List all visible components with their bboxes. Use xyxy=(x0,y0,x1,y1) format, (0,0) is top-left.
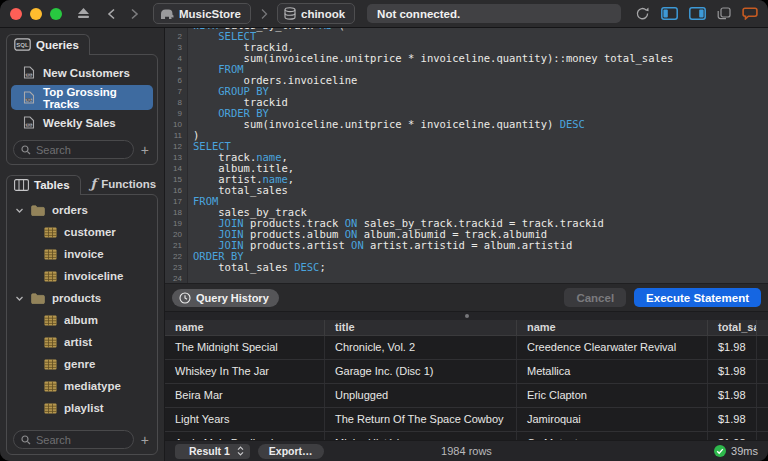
add-table-button[interactable]: + xyxy=(139,433,151,447)
table-cell[interactable]: The Return Of The Space Cowboy xyxy=(325,408,517,431)
forward-icon[interactable] xyxy=(130,8,139,20)
line-number: 21 xyxy=(165,240,187,251)
table-cell[interactable]: Jamiroquai xyxy=(517,408,708,431)
tree-item-products[interactable]: products xyxy=(11,287,153,309)
table-row[interactable]: Ando Meio DesligadoMinha HistóriaOs Muta… xyxy=(165,432,768,440)
table-cell[interactable]: $1.98 xyxy=(708,360,757,383)
export-button[interactable]: Export… xyxy=(258,444,324,459)
table-columns-icon xyxy=(14,179,29,191)
tree-item-album[interactable]: album xyxy=(11,309,153,331)
close-window-button[interactable] xyxy=(10,8,22,20)
column-header[interactable]: name xyxy=(517,320,708,335)
line-number: 7 xyxy=(165,86,187,97)
sql-editor[interactable]: 1WITH sales_by_track AS (2 SELECT3 track… xyxy=(165,28,768,283)
tree-item-playlisttrack[interactable]: playlisttrack xyxy=(11,419,153,425)
folder-icon xyxy=(31,205,45,216)
table-cell[interactable]: Whiskey In The Jar xyxy=(165,360,325,383)
table-cell[interactable]: Ando Meio Desligado xyxy=(165,432,325,440)
table-cell-filler xyxy=(757,336,768,359)
code-line: 11) xyxy=(165,130,768,141)
table-cell[interactable]: Os Mutantes xyxy=(517,432,708,440)
column-header[interactable]: name xyxy=(165,320,325,335)
tree-item-mediatype[interactable]: mediatype xyxy=(11,375,153,397)
chevron-down-icon[interactable] xyxy=(15,294,24,303)
table-row[interactable]: The Midnight SpecialChronicle, Vol. 2Cre… xyxy=(165,336,768,360)
back-icon[interactable] xyxy=(107,8,116,20)
query-search-box[interactable] xyxy=(13,140,134,159)
execute-statement-button[interactable]: Execute Statement xyxy=(634,288,761,307)
table-cell[interactable]: Creedence Clearwater Revival xyxy=(517,336,708,359)
tables-panel: orders customer invoice invoiceline prod… xyxy=(6,194,158,455)
line-number: 17 xyxy=(165,196,187,207)
table-cell[interactable]: Unplugged xyxy=(325,384,517,407)
query-item[interactable]: SQL Weekly Sales xyxy=(11,110,153,135)
database-icon xyxy=(284,7,296,20)
tree-item-customer[interactable]: customer xyxy=(11,221,153,243)
database-button[interactable]: chinook xyxy=(277,3,355,24)
table-cell[interactable]: Chronicle, Vol. 2 xyxy=(325,336,517,359)
tab-queries-label: Queries xyxy=(36,39,79,51)
minimize-window-button[interactable] xyxy=(30,8,42,20)
table-icon xyxy=(44,315,57,326)
windows-icon[interactable] xyxy=(717,7,731,20)
zoom-window-button[interactable] xyxy=(50,8,62,20)
connection-status-bar: Not connected. xyxy=(367,4,621,23)
tree-item-orders[interactable]: orders xyxy=(11,199,153,221)
result-selector[interactable]: Result 1 xyxy=(175,444,250,459)
table-cell[interactable]: Beira Mar xyxy=(165,384,325,407)
code-text: total_sales xyxy=(187,185,768,196)
title-bar: MusicStore chinook Not connected. xyxy=(0,0,768,28)
svg-text:SQL: SQL xyxy=(26,73,32,77)
sidebar: SQL Queries SQL New Customers SQL Top Gr… xyxy=(0,28,165,461)
tree-item-invoiceline[interactable]: invoiceline xyxy=(11,265,153,287)
column-header[interactable]: total_sales xyxy=(708,320,757,335)
line-number: 3 xyxy=(165,42,187,53)
tab-functions[interactable]: ƒ Functions xyxy=(81,175,167,194)
toggle-right-panel-icon[interactable] xyxy=(689,7,706,20)
table-row[interactable]: Light YearsThe Return Of The Space Cowbo… xyxy=(165,408,768,432)
line-number: 19 xyxy=(165,218,187,229)
svg-text:SQL: SQL xyxy=(16,42,29,48)
chevron-down-icon[interactable] xyxy=(15,206,24,215)
tree-item-playlist[interactable]: playlist xyxy=(11,397,153,419)
table-cell[interactable]: $1.98 xyxy=(708,432,757,440)
table-search-box[interactable] xyxy=(13,430,134,449)
column-header[interactable]: title xyxy=(325,320,517,335)
success-check-icon xyxy=(714,445,726,457)
connection-button[interactable]: MusicStore xyxy=(153,3,251,24)
query-search-input[interactable] xyxy=(36,144,126,156)
feedback-chat-icon[interactable] xyxy=(742,7,758,20)
table-cell[interactable]: $1.98 xyxy=(708,408,757,431)
disconnect-icon[interactable] xyxy=(76,7,91,20)
results-splitter[interactable] xyxy=(165,311,768,320)
add-query-button[interactable]: + xyxy=(139,143,151,157)
table-cell[interactable]: Minha História xyxy=(325,432,517,440)
tree-item-artist[interactable]: artist xyxy=(11,331,153,353)
toggle-left-panel-icon[interactable] xyxy=(661,7,678,20)
table-cell[interactable]: Eric Clapton xyxy=(517,384,708,407)
query-item[interactable]: SQL New Customers xyxy=(11,60,153,85)
table-cell[interactable]: $1.98 xyxy=(708,336,757,359)
table-row[interactable]: Beira MarUnpluggedEric Clapton$1.98 xyxy=(165,384,768,408)
folder-icon xyxy=(31,293,45,304)
cancel-button[interactable]: Cancel xyxy=(564,288,626,307)
table-cell-filler xyxy=(757,384,768,407)
tree-item-label: orders xyxy=(52,204,88,216)
table-cell[interactable]: Garage Inc. (Disc 1) xyxy=(325,360,517,383)
table-cell[interactable]: Light Years xyxy=(165,408,325,431)
table-cell[interactable]: $1.98 xyxy=(708,384,757,407)
reload-icon[interactable] xyxy=(635,6,650,21)
table-cell[interactable]: Metallica xyxy=(517,360,708,383)
tree-item-label: products xyxy=(52,292,101,304)
table-row[interactable]: Whiskey In The JarGarage Inc. (Disc 1)Me… xyxy=(165,360,768,384)
tab-tables[interactable]: Tables xyxy=(6,175,81,195)
query-history-button[interactable]: Query History xyxy=(172,289,279,307)
table-cell[interactable]: The Midnight Special xyxy=(165,336,325,359)
table-search-input[interactable] xyxy=(36,434,126,446)
tree-item-genre[interactable]: genre xyxy=(11,353,153,375)
results-status-bar: Result 1 Export… 1984 rows 39ms xyxy=(165,440,768,461)
query-item[interactable]: SQL Top Grossing Tracks xyxy=(11,85,153,110)
tab-queries[interactable]: SQL Queries xyxy=(6,34,90,55)
tree-item-invoice[interactable]: invoice xyxy=(11,243,153,265)
code-lines: 1WITH sales_by_track AS (2 SELECT3 track… xyxy=(165,28,768,283)
